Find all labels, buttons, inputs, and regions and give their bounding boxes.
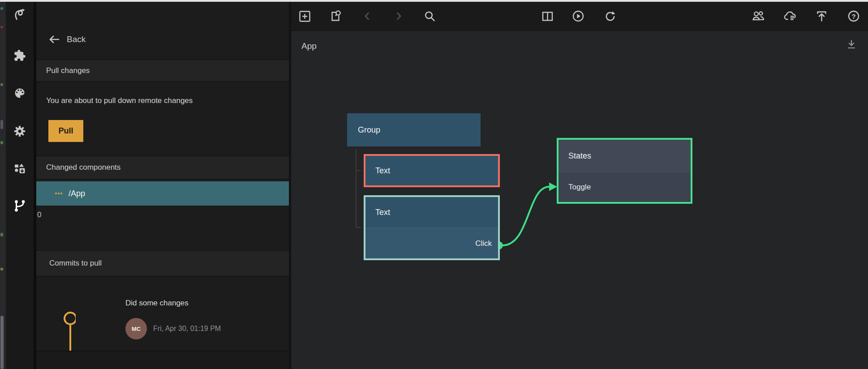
version-control-branch-icon[interactable] (13, 198, 27, 213)
commit-graph-marker (60, 311, 76, 352)
svg-text:?: ? (851, 13, 855, 20)
back-label: Back (67, 34, 86, 44)
changed-dots-icon (55, 192, 63, 195)
text-node-label: Text (375, 208, 390, 217)
back-button[interactable]: Back (48, 31, 86, 47)
click-output-port[interactable]: Click (475, 228, 492, 259)
canvas-toolbar: ? (291, 0, 868, 31)
pull-info-text: You are about to pull down remote change… (46, 96, 193, 105)
changed-component-row[interactable]: /App (36, 181, 289, 206)
text-node-conflict[interactable]: Text (364, 154, 500, 187)
canvas-breadcrumb-title: App (301, 41, 317, 51)
window-top-edge (0, 0, 868, 2)
settings-gear-icon[interactable] (13, 124, 27, 138)
commit-timestamp: Fri, Apr 30, 01:19 PM (153, 325, 221, 333)
preview-play-button[interactable] (572, 9, 585, 23)
panel-bottom-strip (36, 352, 289, 369)
connection-arrowhead (549, 183, 557, 191)
click-to-toggle-connection (503, 187, 549, 245)
plugins-puzzle-icon[interactable] (13, 48, 27, 63)
refresh-button[interactable] (603, 9, 617, 23)
pull-button[interactable]: Pull (48, 120, 83, 142)
search-button[interactable] (423, 9, 436, 23)
commit-author-avatar: MC (125, 318, 147, 339)
node-canvas-area: ? App Group (289, 0, 868, 369)
activity-rail (6, 0, 36, 369)
changed-component-label: /App (69, 189, 85, 198)
add-node-button[interactable] (298, 9, 311, 23)
states-node[interactable]: States Toggle (557, 138, 692, 204)
noodl-logo-icon[interactable] (13, 7, 27, 21)
noodl-editor-window: Back Pull changes You are about to pull … (0, 0, 868, 369)
download-export-button[interactable] (846, 39, 857, 50)
commit-list-item: Did some changes MC Fri, Apr 30, 01:19 P… (36, 287, 289, 351)
text-node-port-row: Click (365, 227, 498, 258)
styles-palette-icon[interactable] (13, 86, 27, 100)
toggle-input-port[interactable]: Toggle (568, 172, 591, 202)
states-node-label: States (568, 140, 591, 172)
collaborators-button[interactable] (752, 9, 765, 23)
commit-message: Did some changes (125, 299, 189, 308)
cloud-sync-button[interactable] (783, 9, 797, 23)
text-node-label: Text (375, 166, 390, 176)
overflow-count-text: 0 (37, 210, 41, 219)
component-search-button[interactable] (329, 9, 342, 23)
commits-to-pull-header: Commits to pull (36, 250, 289, 276)
version-control-panel: Back Pull changes You are about to pull … (36, 0, 289, 369)
back-arrow-icon (48, 34, 60, 45)
group-node-label: Group (358, 125, 380, 135)
components-import-icon[interactable] (13, 162, 27, 176)
split-view-button[interactable] (541, 9, 554, 23)
help-button[interactable]: ? (847, 9, 860, 23)
nav-forward-button[interactable] (392, 9, 405, 23)
text-node-selected[interactable]: Text Click (364, 195, 500, 260)
pull-changes-header: Pull changes (36, 60, 289, 82)
deploy-upload-button[interactable] (815, 9, 828, 23)
group-node[interactable]: Group (347, 113, 481, 146)
nav-back-button[interactable] (361, 9, 374, 23)
background-window-sliver (0, 0, 6, 369)
changed-components-header: Changed components (36, 156, 289, 179)
